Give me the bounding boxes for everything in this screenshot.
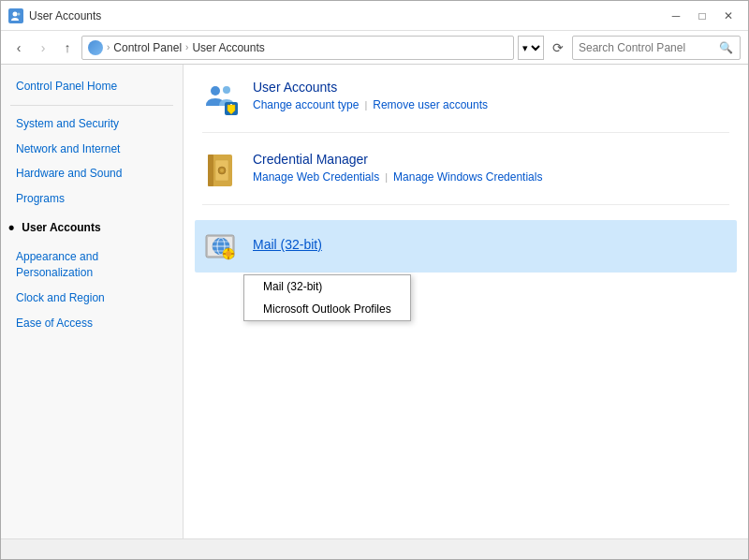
main-window: User Accounts ─ □ ✕ ‹ › ↑ › Control Pane… <box>0 0 749 560</box>
user-accounts-links: Change account type | Remove user accoun… <box>253 98 729 111</box>
user-accounts-icon <box>202 80 240 117</box>
sidebar-item-clock-region[interactable]: Clock and Region <box>1 286 183 311</box>
sidebar-item-appearance-personalization[interactable]: Appearance and Personalization <box>1 244 183 286</box>
manage-windows-credentials-link[interactable]: Manage Windows Credentials <box>393 170 542 184</box>
main-content: Control Panel Home System and Security N… <box>1 65 748 538</box>
credential-manager-section: Credential Manager Manage Web Credential… <box>202 152 729 205</box>
credential-manager-icon <box>202 152 240 189</box>
mail-title-container: Mail (32-bit) <box>253 237 322 256</box>
mail-section: Mail (32-bit) <box>195 220 737 273</box>
sidebar-item-control-panel-home[interactable]: Control Panel Home <box>1 74 183 99</box>
user-accounts-title[interactable]: User Accounts <box>253 80 729 95</box>
svg-point-1 <box>18 12 21 15</box>
change-account-type-link[interactable]: Change account type <box>253 98 359 111</box>
content-panel: User Accounts Change account type | Remo… <box>184 65 748 538</box>
svg-point-9 <box>220 169 224 172</box>
refresh-button[interactable]: ⟳ <box>548 37 568 58</box>
user-accounts-body: User Accounts Change account type | Remo… <box>253 80 729 111</box>
context-menu-mail-32bit[interactable]: Mail (32-bit) <box>244 275 410 298</box>
svg-rect-20 <box>228 257 229 259</box>
address-bar: ‹ › ↑ › Control Panel › User Accounts ▾ … <box>1 31 748 65</box>
sidebar-item-programs[interactable]: Programs <box>1 186 183 212</box>
svg-rect-19 <box>228 248 229 251</box>
svg-rect-22 <box>231 253 234 255</box>
breadcrumb-current: User Accounts <box>192 41 264 54</box>
credential-manager-links: Manage Web Credentials | Manage Windows … <box>253 170 729 184</box>
search-box: 🔍 <box>572 36 741 60</box>
sidebar-item-system-security[interactable]: System and Security <box>1 111 183 137</box>
sidebar-item-ease-of-access[interactable]: Ease of Access <box>1 311 183 336</box>
svg-point-18 <box>226 251 231 257</box>
context-menu-outlook-profiles[interactable]: Microsoft Outlook Profiles <box>244 298 410 320</box>
manage-web-credentials-link[interactable]: Manage Web Credentials <box>253 170 379 184</box>
sidebar-item-hardware-sound[interactable]: Hardware and Sound <box>1 161 183 186</box>
svg-point-0 <box>13 11 18 16</box>
user-accounts-section: User Accounts Change account type | Remo… <box>202 80 729 133</box>
close-button[interactable]: ✕ <box>716 7 741 25</box>
svg-rect-6 <box>208 155 213 186</box>
credential-manager-title[interactable]: Credential Manager <box>253 152 729 167</box>
breadcrumb-control-panel[interactable]: Control Panel <box>113 41 182 54</box>
svg-point-3 <box>223 86 230 94</box>
status-bar <box>1 538 748 559</box>
search-input[interactable] <box>573 41 713 54</box>
up-button[interactable]: ↑ <box>57 37 78 58</box>
mail-title[interactable]: Mail (32-bit) <box>253 237 322 252</box>
breadcrumb: › Control Panel › User Accounts <box>81 36 514 60</box>
sidebar-item-network-internet[interactable]: Network and Internet <box>1 137 183 162</box>
breadcrumb-icon <box>88 40 103 55</box>
minimize-button[interactable]: ─ <box>664 7 688 25</box>
svg-point-2 <box>211 86 220 96</box>
sidebar-item-user-accounts[interactable]: User Accounts <box>1 212 183 244</box>
remove-user-accounts-link[interactable]: Remove user accounts <box>373 98 488 111</box>
svg-rect-21 <box>223 253 226 255</box>
mail-section-wrapper: Mail (32-bit) Mail (32-bit) Microsoft Ou… <box>202 220 729 273</box>
search-button[interactable]: 🔍 <box>713 37 738 59</box>
back-button[interactable]: ‹ <box>8 37 29 58</box>
window-icon <box>8 8 23 23</box>
title-bar: User Accounts ─ □ ✕ <box>1 1 748 31</box>
forward-button[interactable]: › <box>33 37 53 58</box>
mail-context-menu: Mail (32-bit) Microsoft Outlook Profiles <box>243 274 411 321</box>
window-title: User Accounts <box>29 9 664 22</box>
mail-icon <box>202 228 240 265</box>
credential-manager-body: Credential Manager Manage Web Credential… <box>253 152 729 184</box>
window-controls: ─ □ ✕ <box>664 7 741 25</box>
sidebar-divider <box>10 105 173 106</box>
maximize-button[interactable]: □ <box>690 7 714 25</box>
mail-row: Mail (32-bit) <box>202 228 729 265</box>
sidebar: Control Panel Home System and Security N… <box>1 65 184 538</box>
address-dropdown[interactable]: ▾ <box>518 36 544 60</box>
